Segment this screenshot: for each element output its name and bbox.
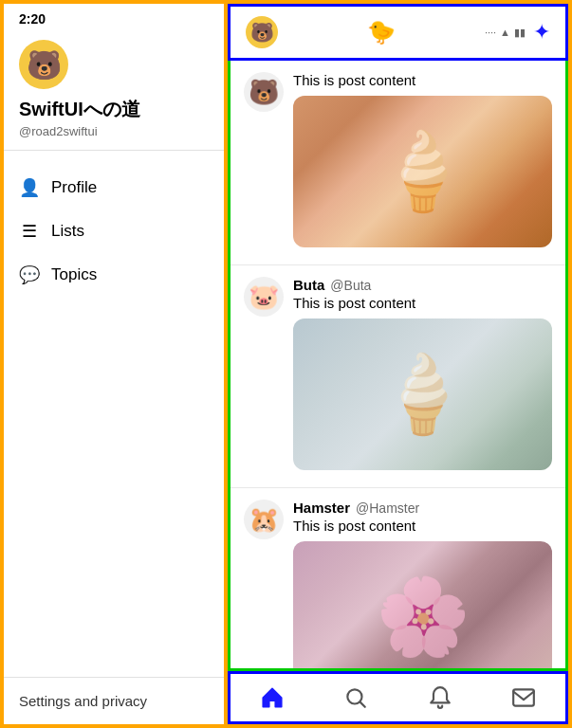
svg-rect-2 bbox=[513, 689, 534, 705]
post-header: 🐹 Hamster @Hamster This is post content bbox=[244, 500, 552, 671]
sidebar-handle: @road2swiftui bbox=[4, 124, 224, 150]
post-body: Buta @Buta This is post content bbox=[293, 277, 552, 470]
post-author-handle: @Buta bbox=[330, 278, 371, 293]
post-author-line: Hamster @Hamster bbox=[293, 500, 552, 516]
sidebar-item-profile[interactable]: 👤 Profile bbox=[4, 166, 224, 209]
post-item: 🐻 This is post content bbox=[231, 61, 565, 265]
tab-home[interactable] bbox=[231, 674, 314, 721]
battery-icon: ▮▮ bbox=[514, 27, 526, 39]
post-header: 🐻 This is post content bbox=[244, 72, 552, 247]
post-author-line: Buta @Buta bbox=[293, 277, 552, 293]
post-text: This is post content bbox=[293, 518, 552, 534]
tab-messages[interactable] bbox=[482, 674, 565, 721]
sidebar-item-lists[interactable]: ☰ Lists bbox=[4, 209, 224, 253]
post-image bbox=[293, 541, 552, 671]
svg-line-1 bbox=[360, 702, 365, 707]
post-avatar: 🐻 bbox=[244, 72, 284, 112]
post-header: 🐷 Buta @Buta This is post content bbox=[244, 277, 552, 470]
topics-icon: 💬 bbox=[19, 264, 40, 285]
status-bar-icons: ···· ▲ ▮▮ bbox=[485, 27, 526, 39]
tab-bar bbox=[228, 671, 568, 724]
sidebar-status-bar: 2:20 bbox=[4, 4, 224, 30]
top-nav-avatar[interactable]: 🐻 bbox=[246, 16, 278, 48]
signal-icon: ···· bbox=[485, 27, 496, 38]
post-avatar: 🐹 bbox=[244, 500, 284, 539]
profile-icon: 👤 bbox=[19, 177, 40, 198]
post-image bbox=[293, 318, 552, 470]
sidebar-item-topics[interactable]: 💬 Topics bbox=[4, 253, 224, 297]
wifi-icon: ▲ bbox=[500, 27, 510, 38]
post-item: 🐹 Hamster @Hamster This is post content bbox=[231, 488, 565, 671]
sidebar-divider bbox=[4, 150, 224, 151]
top-nav: 🐻 🐤 ···· ▲ ▮▮ ✦ bbox=[228, 4, 568, 61]
lists-icon: ☰ bbox=[19, 221, 40, 242]
sparkle-button[interactable]: ✦ bbox=[533, 20, 550, 45]
sidebar-lists-label: Lists bbox=[51, 222, 84, 241]
sidebar-avatar: 🐻 bbox=[19, 40, 68, 89]
tab-search[interactable] bbox=[314, 674, 397, 721]
right-panel: 🐻 🐤 ···· ▲ ▮▮ ✦ 🐻 This is post content bbox=[228, 0, 572, 728]
sidebar-username: SwiftUIへの道 bbox=[4, 97, 224, 124]
post-author-handle: @Hamster bbox=[356, 500, 419, 516]
post-author-name: Buta bbox=[293, 277, 324, 293]
post-body: Hamster @Hamster This is post content bbox=[293, 500, 552, 671]
tab-notifications[interactable] bbox=[398, 674, 482, 721]
post-author-name: Hamster bbox=[293, 500, 350, 516]
sidebar-footer-settings[interactable]: Settings and privacy bbox=[4, 677, 224, 724]
top-nav-bird-icon: 🐤 bbox=[367, 19, 396, 46]
post-image bbox=[293, 96, 552, 247]
sidebar-topics-label: Topics bbox=[51, 265, 97, 284]
sidebar-nav: 👤 Profile ☰ Lists 💬 Topics bbox=[4, 158, 224, 677]
post-avatar: 🐷 bbox=[244, 277, 284, 317]
top-nav-right-icons: ···· ▲ ▮▮ ✦ bbox=[485, 20, 550, 45]
post-text: This is post content bbox=[293, 72, 552, 88]
post-body: This is post content bbox=[293, 72, 552, 247]
post-item: 🐷 Buta @Buta This is post content bbox=[231, 265, 565, 488]
sidebar: 2:20 🐻 SwiftUIへの道 @road2swiftui 👤 Profil… bbox=[0, 0, 228, 728]
sidebar-profile-label: Profile bbox=[51, 178, 97, 197]
post-text: This is post content bbox=[293, 295, 552, 311]
feed: 🐻 This is post content 🐷 Buta @Buta This… bbox=[228, 61, 568, 671]
